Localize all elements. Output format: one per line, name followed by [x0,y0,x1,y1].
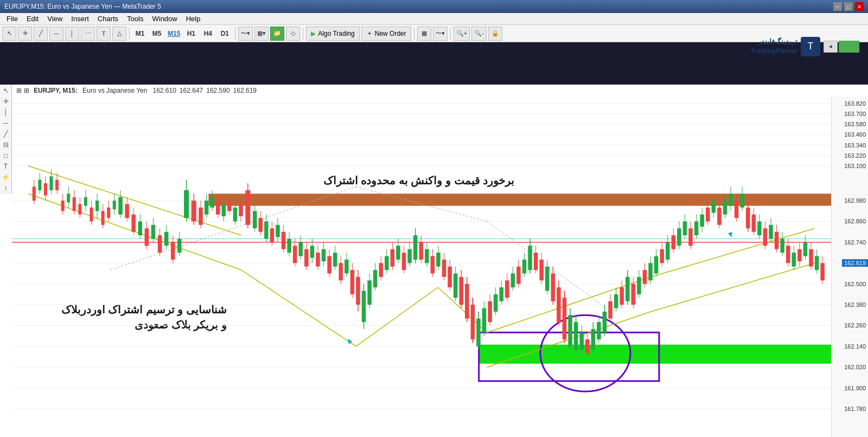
depth-btn[interactable]: ▦ [417,27,431,41]
menu-tools[interactable]: Tools [123,14,148,24]
price-current: 162.619 [842,259,868,267]
tf-m1[interactable]: M1 [132,28,148,40]
svg-rect-86 [177,239,182,253]
svg-rect-128 [304,249,309,267]
tf-h4[interactable]: H4 [200,28,215,40]
svg-rect-122 [287,239,291,253]
menu-charts[interactable]: Charts [93,14,123,24]
svg-line-32 [651,263,815,312]
chart-description: Euro vs Japanese Yen [82,87,152,94]
logo-area: تریدینگ‌فایندر TradingFinder T ◂ [750,32,859,61]
small-btn-2[interactable] [839,41,859,53]
indicators-btn[interactable]: ◇ [286,27,300,41]
template-btn[interactable]: 📁 [270,27,284,41]
lt-fib[interactable]: ⚡ [1,172,11,182]
close-button[interactable]: ✕ [855,2,864,11]
price-163220: 163.220 [844,152,866,159]
chart-type-btn[interactable]: 〜▾ [238,27,253,41]
svg-rect-186 [471,305,475,339]
svg-rect-70 [125,204,129,218]
svg-line-24 [28,194,241,270]
algo-trading-label: Algo Trading [318,30,354,37]
lt-channel[interactable]: ⊟ [1,140,11,150]
menu-edit[interactable]: Edit [22,14,43,24]
right-icons: ◂ [824,41,859,53]
lt-tline[interactable]: ╱ [1,129,11,139]
lock-scale-btn[interactable]: 🔒 [488,27,502,41]
titlebar-title: EURJPY,M15: Euro vs Japanese Yen — MetaT… [4,3,161,10]
zoom-in-btn[interactable]: 🔍+ [454,27,470,41]
lt-shapes[interactable]: □ [1,151,11,160]
lt-vline[interactable]: │ [1,107,11,117]
oscillator-btn[interactable]: 〜▾ [433,27,448,41]
lt-cursor[interactable]: ↖ [1,86,11,95]
small-btn-1[interactable]: ◂ [824,41,838,53]
svg-line-25 [241,270,356,346]
price-162020: 162.020 [844,364,866,370]
multiline-tool[interactable]: ⋯ [81,27,95,41]
svg-rect-220 [568,315,572,346]
svg-rect-234 [608,301,612,319]
svg-rect-256 [672,235,676,249]
logo-icon: T [801,37,820,56]
left-toolbar: ↖ ✛ │ ─ ╱ ⊟ □ T ⚡ ↕ [0,85,12,194]
hline-tool[interactable]: ─ [49,27,63,41]
svg-rect-146 [356,277,360,305]
maximize-button[interactable]: □ [844,2,853,11]
new-order-button[interactable]: ＋ New Order [361,27,411,41]
svg-rect-18 [208,194,831,205]
text-tool[interactable]: T [97,27,111,41]
price-163100: 163.100 [844,163,866,169]
svg-rect-158 [391,249,395,267]
tf-m5[interactable]: M5 [149,28,164,40]
chart-price-low: 162.590 [206,87,229,94]
svg-rect-154 [379,263,383,277]
svg-rect-206 [528,246,532,270]
line-tool[interactable]: ╱ [34,27,48,41]
svg-rect-98 [216,201,220,215]
menu-file[interactable]: File [2,14,22,24]
svg-rect-48 [61,201,65,211]
menu-view[interactable]: View [43,14,67,24]
chart-icon-1: ⊞ [16,87,22,94]
menu-insert[interactable]: Insert [67,14,93,24]
svg-rect-276 [729,194,733,205]
svg-rect-194 [494,294,498,312]
tf-m15[interactable]: M15 [166,28,182,40]
svg-line-27 [356,287,438,346]
svg-rect-90 [192,201,196,221]
crosshair-tool[interactable]: ✛ [18,27,32,41]
svg-rect-102 [227,201,232,211]
lt-text[interactable]: T [1,162,11,171]
svg-rect-232 [603,312,607,332]
svg-marker-37 [346,338,352,344]
svg-rect-50 [67,194,70,202]
chart-icon-2: ⊞ [24,87,29,94]
svg-rect-22 [479,332,659,381]
svg-rect-282 [746,208,750,228]
price-163460: 163.460 [844,131,866,138]
lt-cross[interactable]: ✛ [1,97,11,106]
vline-tool[interactable]: │ [65,27,79,41]
svg-rect-308 [820,263,825,280]
svg-rect-244 [637,277,641,294]
titlebar-controls: ─ □ ✕ [833,2,864,11]
price-axis: 163.820 163.700 163.580 163.460 163.340 … [831,97,868,437]
zoom-out-btn[interactable]: 🔍- [471,27,487,41]
chart-canvas[interactable]: برخورد قیمت و واکنش به محدوده اشتراک شنا… [12,97,831,437]
cursor-tool[interactable]: ↖ [2,27,16,41]
tf-d1[interactable]: D1 [217,28,232,40]
tf-h1[interactable]: H1 [183,28,199,40]
menu-help[interactable]: Help [182,14,205,24]
svg-marker-36 [728,232,734,238]
svg-rect-76 [145,228,149,246]
svg-line-33 [110,187,356,270]
chart-style-btn[interactable]: ▦▾ [254,27,269,41]
minimize-button[interactable]: ─ [833,2,842,11]
lt-measures[interactable]: ↕ [1,183,11,193]
shapes-tool[interactable]: △ [112,27,126,41]
menu-window[interactable]: Window [148,14,181,24]
svg-rect-192 [488,301,492,322]
lt-hline[interactable]: ─ [1,118,11,128]
algo-trading-button[interactable]: ▶ Algo Trading [306,27,359,41]
